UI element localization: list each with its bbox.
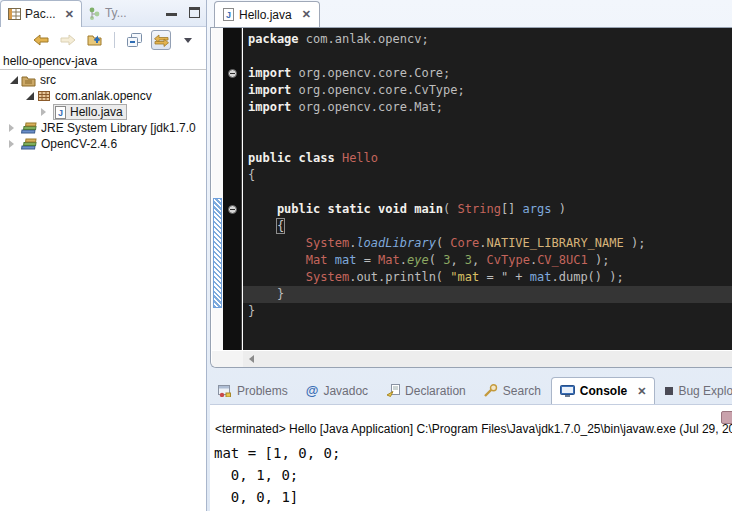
package-explorer-view: Pac... ✕ Ty... bbox=[0, 0, 207, 511]
forward-button[interactable] bbox=[58, 30, 78, 50]
horizontal-scrollbar[interactable] bbox=[243, 351, 732, 367]
code-line[interactable]: Mat mat = Mat.eye( 3, 3, CvType.CV_8UC1 … bbox=[248, 252, 732, 269]
package-icon bbox=[37, 90, 51, 102]
code-editor[interactable]: package com.anlak.opencv; import org.ope… bbox=[210, 27, 732, 368]
tab-problems[interactable]: Problems bbox=[210, 377, 296, 404]
go-into-button[interactable] bbox=[85, 30, 105, 50]
tree-item-label: JRE System Library [jdk1.7.0 bbox=[41, 121, 196, 135]
collapse-arrow-icon[interactable] bbox=[26, 92, 34, 100]
tab-javadoc[interactable]: @Javadoc bbox=[298, 377, 376, 404]
link-with-editor-button[interactable] bbox=[151, 30, 171, 50]
javadoc-icon: @ bbox=[306, 384, 319, 397]
tab-type-hierarchy[interactable]: Ty... bbox=[82, 0, 134, 26]
java-file-icon: J bbox=[223, 8, 234, 21]
console-output-line: mat = [1, 0, 0; bbox=[214, 442, 340, 464]
fold-collapse-icon[interactable] bbox=[228, 69, 237, 78]
code-line[interactable] bbox=[248, 184, 732, 201]
editor-tab-label: Hello.java bbox=[239, 8, 292, 22]
tree-item-hello-java[interactable]: JHello.java bbox=[0, 104, 206, 120]
expand-arrow-icon[interactable] bbox=[9, 124, 14, 132]
tab-label: Console bbox=[580, 384, 627, 398]
minimize-icon[interactable] bbox=[166, 7, 177, 16]
code-line[interactable]: public class Hello bbox=[248, 150, 732, 167]
search-icon bbox=[484, 384, 498, 397]
tab-label: Pac... bbox=[25, 7, 56, 21]
library-icon bbox=[21, 122, 37, 134]
code-text[interactable]: package com.anlak.opencv; import org.ope… bbox=[243, 28, 732, 350]
project-label: hello-opencv-java bbox=[3, 54, 97, 68]
tab-console[interactable]: Console✕ bbox=[551, 377, 656, 404]
bottom-view-tab-row: Problems@JavadocDeclarationSearchConsole… bbox=[210, 377, 732, 404]
java-file-icon: J bbox=[55, 106, 66, 119]
tree-item-label: com.anlak.opencv bbox=[55, 89, 152, 103]
code-line[interactable]: import org.opencv.core.Core; bbox=[248, 65, 732, 82]
tab-label: Search bbox=[503, 384, 541, 398]
console-view: <terminated> Hello [Java Application] C:… bbox=[210, 404, 732, 511]
code-line[interactable]: public static void main( String[] args ) bbox=[248, 201, 732, 218]
maximize-icon[interactable] bbox=[189, 7, 200, 18]
fold-collapse-icon[interactable] bbox=[228, 205, 237, 214]
console-process-header: <terminated> Hello [Java Application] C:… bbox=[215, 422, 732, 436]
bottom-view-area: Problems@JavadocDeclarationSearchConsole… bbox=[210, 377, 732, 511]
square-icon bbox=[665, 387, 673, 395]
package-explorer-icon bbox=[8, 8, 21, 20]
code-line[interactable]: import org.opencv.core.CvType; bbox=[248, 82, 732, 99]
svg-text:J: J bbox=[226, 10, 231, 20]
editor-area: J Hello.java ✕ package com.anlak.opencv;… bbox=[210, 0, 732, 372]
code-line[interactable]: System.loadLibrary( Core.NATIVE_LIBRARY_… bbox=[248, 235, 732, 252]
declaration-icon bbox=[386, 384, 400, 397]
tree-item-project[interactable]: hello-opencv-java bbox=[0, 53, 206, 70]
package-folder-icon bbox=[21, 74, 36, 87]
library-icon bbox=[21, 138, 37, 150]
scroll-left-arrow-icon[interactable] bbox=[249, 355, 254, 363]
expand-arrow-icon[interactable] bbox=[41, 108, 46, 116]
code-line-current[interactable]: } bbox=[243, 286, 732, 303]
tab-label: Problems bbox=[237, 384, 288, 398]
svg-text:J: J bbox=[58, 108, 63, 118]
tab-label: Ty... bbox=[105, 6, 127, 20]
expand-arrow-icon[interactable] bbox=[9, 140, 14, 148]
type-hierarchy-icon bbox=[89, 7, 101, 20]
tab-declaration[interactable]: Declaration bbox=[378, 377, 474, 404]
tab-bug-explorer[interactable]: Bug Explorer bbox=[657, 377, 732, 404]
collapse-all-button[interactable] bbox=[124, 30, 144, 50]
code-line[interactable]: { bbox=[248, 218, 732, 235]
code-line[interactable]: package com.anlak.opencv; bbox=[248, 31, 732, 48]
code-line[interactable] bbox=[248, 133, 732, 150]
package-tree: srccom.anlak.opencvJHello.javaJRE System… bbox=[0, 70, 206, 152]
package-explorer-toolbar bbox=[0, 27, 206, 53]
toolbar-separator bbox=[114, 32, 115, 48]
view-menu-icon[interactable] bbox=[178, 30, 198, 50]
range-indicator bbox=[213, 198, 222, 308]
tab-label: Bug Explorer bbox=[678, 384, 732, 398]
console-output[interactable]: mat = [1, 0, 0; 0, 1, 0; 0, 0, 1] bbox=[214, 442, 340, 508]
tab-package-explorer[interactable]: Pac... ✕ bbox=[0, 0, 82, 27]
left-view-tab-row: Pac... ✕ Ty... bbox=[0, 0, 206, 27]
tab-label: Javadoc bbox=[323, 384, 368, 398]
tree-item-label: src bbox=[40, 73, 56, 87]
close-icon[interactable]: ✕ bbox=[637, 385, 646, 398]
tree-item-src[interactable]: src bbox=[0, 72, 206, 88]
close-icon[interactable]: ✕ bbox=[65, 8, 74, 21]
editor-tab-hello-java[interactable]: J Hello.java ✕ bbox=[214, 1, 320, 27]
tree-item-com-anlak-opencv[interactable]: com.anlak.opencv bbox=[0, 88, 206, 104]
console-output-line: 0, 1, 0; bbox=[214, 464, 340, 486]
fold-gutter[interactable] bbox=[223, 28, 242, 350]
code-line[interactable] bbox=[248, 48, 732, 65]
console-toolbar-icon[interactable] bbox=[721, 411, 732, 424]
code-line[interactable]: } bbox=[248, 303, 732, 320]
collapse-arrow-icon[interactable] bbox=[10, 76, 18, 84]
code-line[interactable]: import org.opencv.core.Mat; bbox=[248, 99, 732, 116]
tree-item-opencv-2-4-6[interactable]: OpenCV-2.4.6 bbox=[0, 136, 206, 152]
console-output-line: 0, 0, 1] bbox=[214, 486, 340, 508]
console-icon bbox=[560, 385, 575, 397]
code-line[interactable] bbox=[248, 116, 732, 133]
code-line[interactable]: System.out.println( "mat = " + mat.dump(… bbox=[248, 269, 732, 286]
tree-item-label: Hello.java bbox=[70, 105, 123, 119]
tree-item-jre-system-library-jdk1-7-0[interactable]: JRE System Library [jdk1.7.0 bbox=[0, 120, 206, 136]
code-line[interactable]: { bbox=[248, 167, 732, 184]
editor-ruler[interactable] bbox=[212, 28, 223, 350]
back-button[interactable] bbox=[31, 30, 51, 50]
tab-search[interactable]: Search bbox=[476, 377, 549, 404]
close-icon[interactable]: ✕ bbox=[302, 8, 311, 21]
